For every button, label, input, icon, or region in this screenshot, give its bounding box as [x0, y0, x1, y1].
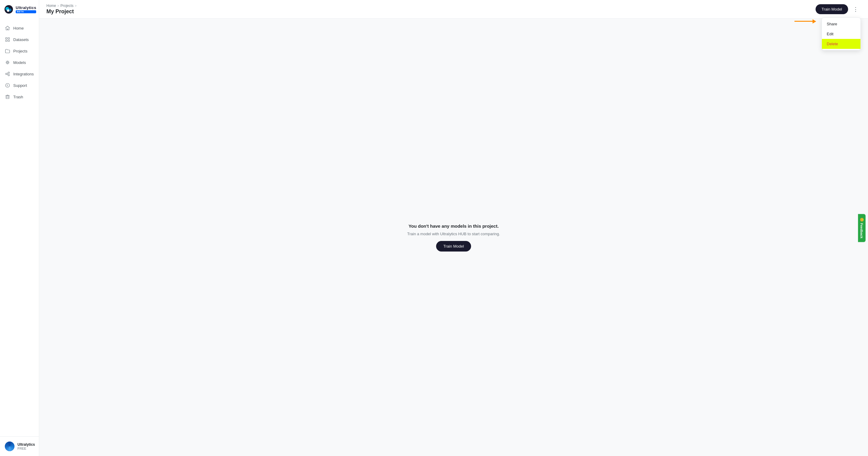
svg-rect-6 — [6, 40, 7, 41]
breadcrumb-sep-2: > — [75, 4, 76, 7]
main-content: Home > Projects > My Project Train Model… — [39, 0, 868, 456]
breadcrumb-home[interactable]: Home — [46, 4, 56, 8]
sidebar-item-trash[interactable]: Trash — [0, 91, 39, 103]
breadcrumb: Home > Projects > My Project — [46, 4, 76, 15]
dropdown-edit[interactable]: Edit — [822, 29, 861, 39]
empty-state-title: You don't have any models in this projec… — [408, 224, 498, 229]
projects-icon — [5, 48, 10, 54]
svg-line-20 — [7, 73, 8, 74]
svg-point-3 — [7, 9, 9, 12]
breadcrumb-sep-1: > — [57, 4, 59, 7]
logo-text: Ultralytics BETA — [16, 6, 36, 13]
header: Home > Projects > My Project Train Model… — [39, 0, 868, 19]
page-title: My Project — [46, 8, 76, 15]
empty-state-train-button[interactable]: Train Model — [436, 241, 471, 252]
dropdown-share[interactable]: Share — [822, 19, 861, 29]
sidebar-item-models[interactable]: Models — [0, 57, 39, 68]
user-info: Ultralytics FREE — [18, 443, 35, 450]
breadcrumb-trail: Home > Projects > — [46, 4, 76, 8]
empty-state: You don't have any models in this projec… — [407, 224, 500, 252]
svg-rect-24 — [6, 95, 9, 98]
sidebar-item-integrations[interactable]: Integrations — [0, 68, 39, 80]
sidebar-item-support[interactable]: Support — [0, 80, 39, 91]
nav: Home Datasets Projects — [0, 20, 39, 436]
svg-line-13 — [6, 61, 7, 62]
dropdown-delete[interactable]: Delete — [822, 39, 861, 49]
feedback-icon: 😊 — [860, 218, 864, 222]
more-options-button[interactable]: ⋮ — [850, 4, 861, 15]
integrations-icon — [5, 71, 10, 77]
header-actions: Train Model ⋮ Share Edit Delete — [815, 4, 861, 15]
sidebar: Ultralytics BETA Home Data — [0, 0, 39, 456]
svg-point-8 — [7, 62, 8, 63]
trash-icon — [5, 94, 10, 99]
dropdown-menu: Share Edit Delete — [822, 18, 861, 50]
datasets-icon — [5, 37, 10, 42]
sidebar-item-home[interactable]: Home — [0, 22, 39, 34]
support-icon — [5, 83, 10, 88]
feedback-label: Feedback — [860, 223, 864, 238]
sidebar-item-datasets[interactable]: Datasets — [0, 34, 39, 45]
svg-point-18 — [8, 72, 10, 74]
user-profile[interactable]: Ultralytics FREE — [0, 436, 39, 456]
svg-line-21 — [7, 74, 8, 75]
sidebar-item-projects[interactable]: Projects — [0, 45, 39, 57]
svg-point-17 — [6, 73, 7, 75]
svg-rect-5 — [8, 38, 10, 39]
breadcrumb-projects[interactable]: Projects — [60, 4, 73, 8]
svg-line-14 — [8, 63, 9, 64]
svg-point-19 — [8, 75, 10, 76]
models-icon — [5, 60, 10, 65]
svg-line-15 — [8, 61, 9, 62]
empty-state-subtitle: Train a model with Ultralytics HUB to st… — [407, 232, 500, 236]
logo-icon — [4, 5, 13, 14]
content-area: You don't have any models in this projec… — [39, 19, 868, 456]
svg-point-23 — [7, 86, 7, 87]
svg-rect-7 — [8, 40, 10, 41]
train-model-button[interactable]: Train Model — [815, 4, 848, 14]
feedback-tab[interactable]: 😊 Feedback — [858, 214, 866, 242]
svg-line-16 — [6, 63, 7, 64]
home-icon — [5, 25, 10, 31]
svg-rect-4 — [6, 38, 7, 39]
avatar — [5, 441, 14, 451]
logo[interactable]: Ultralytics BETA — [0, 0, 39, 20]
